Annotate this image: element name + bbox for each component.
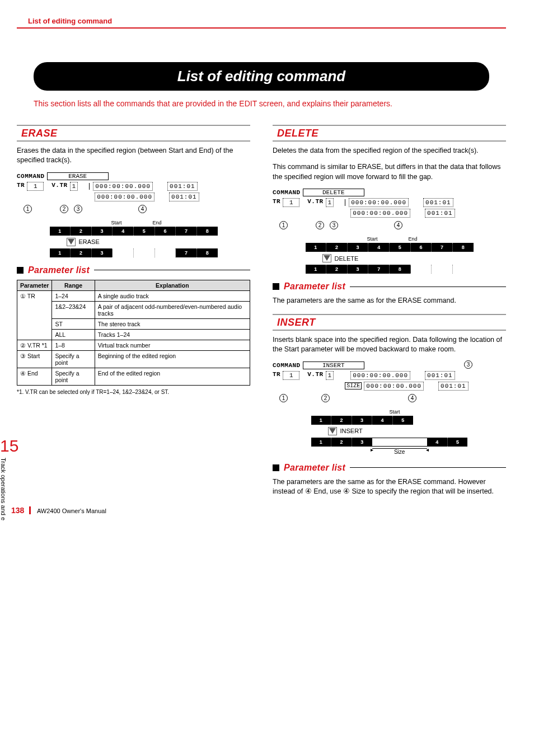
td: ② V.TR *1 [17, 340, 52, 350]
td: ③ Start [17, 350, 52, 368]
delete-heading: DELETE [273, 125, 506, 142]
lcd-time2: 000:00:00.000 [95, 192, 154, 201]
td: 1&2–23&24 [52, 301, 95, 318]
delete-param-text: The parameters are the same as for the E… [273, 296, 506, 306]
intro-text: This section lists all the commands that… [34, 98, 489, 109]
lcd-tr-label: TR [273, 371, 280, 378]
erase-param-head: Parameter list [17, 265, 250, 275]
callout-1: 1 [279, 394, 288, 402]
tl-start: Start [390, 409, 400, 415]
tl-cell: 6 [155, 227, 176, 236]
th-parameter: Parameter [17, 280, 52, 290]
square-icon [17, 267, 24, 274]
tl-cell: 4 [113, 227, 134, 236]
td: ST [52, 318, 95, 329]
lcd-extra1: 001:01 [167, 182, 198, 191]
erase-heading: ERASE [17, 125, 250, 142]
lcd-extra2: 001:01 [438, 382, 469, 391]
insert-param-text: The parameters are the same as for the E… [273, 477, 506, 497]
lcd-tr-value: 1 [283, 371, 299, 380]
td: ALL [52, 329, 95, 340]
lcd-vtr-label: V.TR [307, 198, 323, 205]
td: 1–8 [52, 340, 95, 350]
footer: 138 AW2400 Owner's Manual [11, 506, 106, 515]
tl-cell: 2 [331, 438, 352, 447]
size-label: Size [394, 449, 405, 455]
lcd-command-label: COMMAND [273, 362, 301, 369]
lcd-time2: 000:00:00.000 [350, 209, 410, 218]
lcd-time1: 000:00:00.000 [349, 198, 409, 207]
tl-cell: 8 [197, 248, 218, 257]
tl-cell: 2 [331, 416, 352, 425]
tl-cell: 3 [92, 227, 113, 236]
tl-cell: 5 [134, 227, 155, 236]
tl-cell: 1 [311, 438, 332, 447]
tl-cell: 4 [372, 416, 393, 425]
footer-bar-icon [29, 506, 31, 514]
tl-action-label: ERASE [79, 238, 100, 245]
lcd-tr-label: TR [273, 198, 280, 205]
delete-param-head: Parameter list [273, 281, 506, 292]
tl-cell: 3 [352, 416, 373, 425]
th-range: Range [52, 280, 95, 290]
arrow-down-icon [328, 427, 337, 435]
manual-name: AW2400 Owner's Manual [37, 508, 106, 514]
tl-end: End [408, 236, 417, 242]
tl-cell [453, 265, 474, 274]
delete-lcd: COMMAND DELETE TR 1 V.TR 1 000:00:00.000… [273, 189, 506, 229]
tl-cell: 8 [390, 265, 411, 274]
tl-end: End [152, 220, 161, 226]
erase-lcd: COMMAND ERASE TR 1 V.TR 1 000:00:00.000 … [17, 172, 250, 213]
callout-1: 1 [279, 221, 288, 229]
tl-cell: 4 [368, 243, 390, 252]
tl-cell [432, 265, 453, 274]
arrow-down-icon [67, 238, 76, 246]
delete-timeline: Start End 1 2 3 4 5 6 7 8 DELETE 1 2 3 [306, 236, 474, 274]
tl-cell: 7 [176, 227, 197, 236]
tl-start: Start [111, 220, 122, 226]
lcd-command-value: DELETE [303, 189, 364, 196]
lcd-extra1: 001:01 [423, 198, 453, 207]
td: A pair of adjacent odd-numbered/even-num… [95, 301, 250, 318]
callout-2: 2 [321, 394, 330, 402]
callout-3: 3 [330, 221, 338, 229]
callout-4: 4 [408, 394, 416, 402]
tl-cell: 2 [326, 243, 348, 252]
tl-cell: 1 [306, 265, 327, 274]
main-title: List of editing command [34, 62, 489, 91]
callout-1: 1 [24, 205, 32, 213]
lcd-vtr-value: 1 [326, 198, 334, 207]
callout-2: 2 [316, 221, 324, 229]
square-icon [273, 283, 279, 290]
erase-timeline: Start End 1 2 3 4 5 6 7 8 ERASE 1 2 3 [50, 220, 218, 257]
lcd-vtr-label: V.TR [307, 371, 323, 378]
lcd-command-label: COMMAND [273, 189, 301, 196]
th-explanation: Explanation [95, 280, 250, 290]
callout-2: 2 [60, 205, 68, 213]
tl-start: Start [367, 236, 378, 242]
tl-cell: 3 [348, 265, 369, 274]
delete-desc2: This command is similar to ERASE, but di… [273, 162, 506, 182]
td: Beginning of the edited region [95, 350, 250, 368]
lcd-time2: 000:00:00.000 [364, 382, 424, 391]
lcd-tr-value: 1 [27, 182, 44, 191]
tl-cell: 7 [432, 243, 453, 252]
tl-cell: 2 [71, 248, 92, 257]
col-right: DELETE Deletes the data from the specifi… [273, 125, 506, 504]
param-heading: Parameter list [284, 463, 345, 473]
callout-4: 4 [394, 221, 402, 229]
tl-action-label: INSERT [340, 428, 363, 434]
tl-cell: 1 [50, 227, 71, 236]
tl-cell: 5 [448, 438, 468, 447]
tl-cell [134, 248, 155, 257]
lcd-extra2: 001:01 [169, 192, 199, 201]
insert-lcd: 3 COMMAND INSERT TR 1 V.TR 1 000:00:00.0… [273, 361, 506, 402]
tl-cell: 7 [368, 265, 390, 274]
td: Specify a point [52, 350, 95, 368]
td: ④ End [17, 368, 52, 385]
lcd-tr-value: 1 [283, 198, 299, 207]
tl-cell [411, 265, 432, 274]
header-title: List of editing command [28, 17, 112, 25]
tl-cell: 3 [348, 243, 369, 252]
erase-desc: Erases the data in the specified region … [17, 146, 250, 166]
